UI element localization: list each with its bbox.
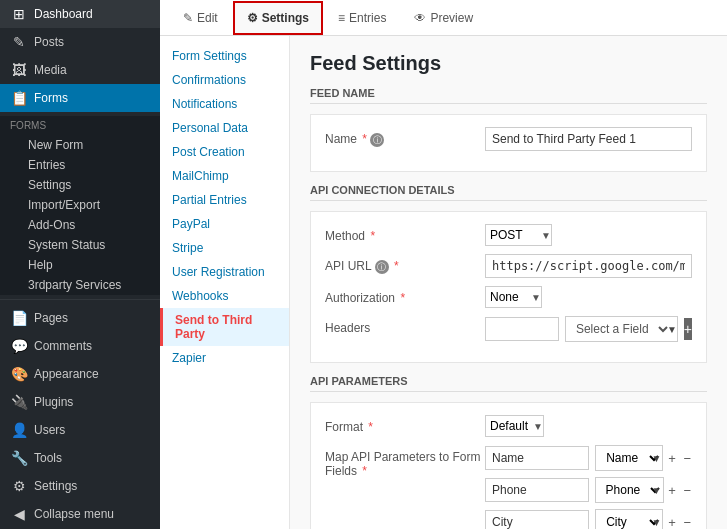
sidebar-item-tools[interactable]: 🔧 Tools: [0, 444, 160, 472]
method-required: *: [370, 229, 375, 243]
name-input[interactable]: [485, 127, 692, 151]
forms-sub-settings[interactable]: Settings: [0, 175, 160, 195]
sidebar-item-comments[interactable]: 💬 Comments: [0, 332, 160, 360]
sub-nav-partial-entries[interactable]: Partial Entries: [160, 188, 289, 212]
field-select[interactable]: Select a Field: [566, 317, 671, 341]
sub-nav-personal-data[interactable]: Personal Data: [160, 116, 289, 140]
map-key-2[interactable]: [485, 478, 589, 502]
sidebar-item-plugins[interactable]: 🔌 Plugins: [0, 388, 160, 416]
settings-panel: Feed Settings Feed Name Name * ⓘ API Con…: [290, 36, 727, 529]
sidebar-item-label: Plugins: [34, 395, 73, 409]
method-select-wrap: POST GET PUT DELETE ▼: [485, 224, 552, 246]
forms-sub-addons[interactable]: Add-Ons: [0, 215, 160, 235]
users-icon: 👤: [10, 422, 28, 438]
map-label: Map API Parameters to Form Fields *: [325, 445, 485, 478]
map-remove-btn-2[interactable]: −: [683, 480, 692, 500]
headers-add-button[interactable]: +: [684, 318, 692, 340]
api-url-info-icon[interactable]: ⓘ: [375, 260, 389, 274]
format-select[interactable]: Default JSON XML: [486, 416, 549, 436]
settings-icon: ⚙: [10, 478, 28, 494]
sub-nav-send-to-third-party[interactable]: Send to Third Party: [160, 308, 289, 346]
method-select[interactable]: POST GET PUT DELETE: [486, 225, 557, 245]
format-select-wrap: Default JSON XML ▼: [485, 415, 544, 437]
sub-nav-stripe[interactable]: Stripe: [160, 236, 289, 260]
map-row-3: City ▼ + −: [485, 509, 692, 529]
sub-nav-form-settings[interactable]: Form Settings: [160, 44, 289, 68]
sub-nav-user-registration[interactable]: User Registration: [160, 260, 289, 284]
api-url-input[interactable]: [485, 254, 692, 278]
posts-icon: ✎: [10, 34, 28, 50]
method-control: POST GET PUT DELETE ▼: [485, 224, 692, 246]
authorization-label: Authorization *: [325, 286, 485, 305]
sub-nav-notifications[interactable]: Notifications: [160, 92, 289, 116]
sub-nav-mailchimp[interactable]: MailChimp: [160, 164, 289, 188]
api-params-block: Format * Default JSON XML ▼: [310, 402, 707, 529]
map-control: Name ▼ + − Phone ▼: [485, 445, 692, 529]
feed-name-block: Name * ⓘ: [310, 114, 707, 172]
authorization-control: None Basic Bearer ▼: [485, 286, 692, 308]
main-area: ✎ Edit ⚙ Settings ≡ Entries 👁 Preview Fo…: [160, 0, 727, 529]
page-title: Feed Settings: [310, 52, 707, 75]
api-url-row: API URL ⓘ *: [325, 254, 692, 278]
sidebar-item-forms[interactable]: 📋 Forms: [0, 84, 160, 112]
tab-entries[interactable]: ≡ Entries: [325, 2, 399, 34]
headers-key-input[interactable]: [485, 317, 559, 341]
auth-select-wrap: None Basic Bearer ▼: [485, 286, 542, 308]
map-remove-btn-3[interactable]: −: [683, 512, 692, 529]
map-remove-btn-1[interactable]: −: [683, 448, 692, 468]
authorization-select[interactable]: None Basic Bearer: [486, 287, 547, 307]
dashboard-icon: ⊞: [10, 6, 28, 22]
tab-settings[interactable]: ⚙ Settings: [233, 1, 323, 35]
tab-edit[interactable]: ✎ Edit: [170, 2, 231, 34]
map-required: *: [362, 464, 367, 478]
sidebar-item-label: Tools: [34, 451, 62, 465]
pages-icon: 📄: [10, 310, 28, 326]
sidebar-item-label: Posts: [34, 35, 64, 49]
forms-section: Forms New Form Entries Settings Import/E…: [0, 116, 160, 295]
map-add-btn-1[interactable]: +: [667, 448, 676, 468]
api-url-required: *: [394, 259, 399, 273]
auth-required: *: [400, 291, 405, 305]
map-add-btn-2[interactable]: +: [667, 480, 676, 500]
map-value-select-3[interactable]: City: [595, 509, 663, 529]
forms-sub-help[interactable]: Help: [0, 255, 160, 275]
map-value-select-2[interactable]: Phone: [595, 477, 664, 503]
map-value-select-1[interactable]: Name: [595, 445, 663, 471]
format-required: *: [368, 420, 373, 434]
name-required: *: [362, 132, 367, 146]
forms-sub-systemstatus[interactable]: System Status: [0, 235, 160, 255]
sub-nav-webhooks[interactable]: Webhooks: [160, 284, 289, 308]
name-control: [485, 127, 692, 151]
forms-sub-3rdparty[interactable]: 3rdparty Services: [0, 275, 160, 295]
sidebar-item-posts[interactable]: ✎ Posts: [0, 28, 160, 56]
forms-sub-importexport[interactable]: Import/Export: [0, 195, 160, 215]
method-row: Method * POST GET PUT DELETE ▼: [325, 224, 692, 246]
sidebar-item-appearance[interactable]: 🎨 Appearance: [0, 360, 160, 388]
format-row: Format * Default JSON XML ▼: [325, 415, 692, 437]
sidebar: ⊞ Dashboard ✎ Posts 🖼 Media 📋 Forms Form…: [0, 0, 160, 529]
sidebar-item-label: Forms: [34, 91, 68, 105]
sub-nav: Form Settings Confirmations Notification…: [160, 36, 290, 529]
sidebar-item-pages[interactable]: 📄 Pages: [0, 304, 160, 332]
sub-nav-post-creation[interactable]: Post Creation: [160, 140, 289, 164]
tab-preview[interactable]: 👁 Preview: [401, 2, 486, 34]
forms-sub-newform[interactable]: New Form: [0, 135, 160, 155]
sidebar-item-media[interactable]: 🖼 Media: [0, 56, 160, 84]
feed-name-section-label: Feed Name: [310, 87, 707, 104]
map-key-3[interactable]: [485, 510, 589, 529]
forms-sub-entries[interactable]: Entries: [0, 155, 160, 175]
sub-nav-confirmations[interactable]: Confirmations: [160, 68, 289, 92]
sidebar-item-dashboard[interactable]: ⊞ Dashboard: [0, 0, 160, 28]
name-info-icon[interactable]: ⓘ: [370, 133, 384, 147]
sidebar-item-collapse[interactable]: ◀ Collapse menu: [0, 500, 160, 528]
forms-section-label: Forms: [0, 116, 160, 135]
sub-nav-zapier[interactable]: Zapier: [160, 346, 289, 370]
sidebar-item-settings[interactable]: ⚙ Settings: [0, 472, 160, 500]
map-key-1[interactable]: [485, 446, 589, 470]
map-row-2: Phone ▼ + −: [485, 477, 692, 503]
sidebar-item-users[interactable]: 👤 Users: [0, 416, 160, 444]
map-add-btn-3[interactable]: +: [667, 512, 676, 529]
tools-icon: 🔧: [10, 450, 28, 466]
sub-nav-paypal[interactable]: PayPal: [160, 212, 289, 236]
plugins-icon: 🔌: [10, 394, 28, 410]
